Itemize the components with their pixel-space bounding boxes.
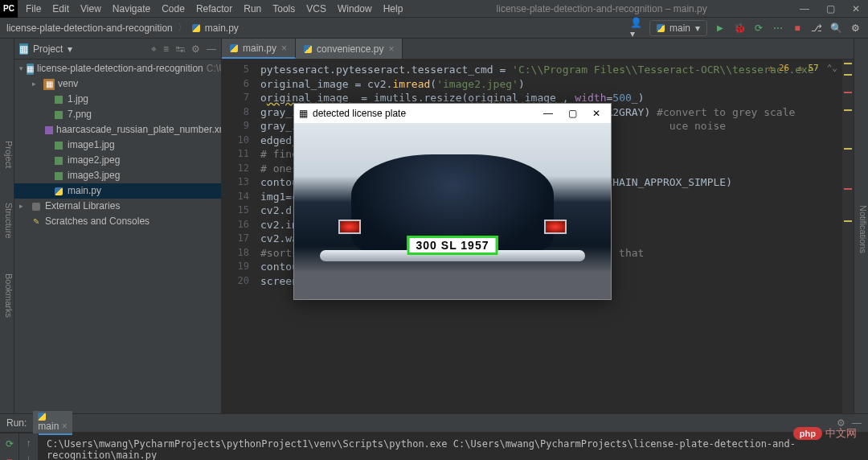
editor-tab-main[interactable]: main.py ×: [222, 39, 296, 59]
tree-label: image2.jpeg: [68, 154, 120, 167]
run-output[interactable]: C:\Users\mwang\PycharmProjects\pythonPro…: [39, 433, 868, 460]
debug-button[interactable]: 🐞: [733, 22, 746, 35]
watermark-pill: php: [793, 427, 822, 440]
window-title: license-plate-detection-and-recognition …: [411, 3, 792, 14]
error-stripe[interactable]: [842, 60, 854, 413]
maximize-icon[interactable]: ▢: [818, 3, 842, 14]
tool-notifications[interactable]: Notifications: [858, 205, 868, 253]
title-bar: PC File Edit View Navigate Code Refactor…: [0, 0, 868, 18]
settings-gear-icon[interactable]: ⚙: [191, 43, 200, 55]
tree-label: license-plate-detection-and-recognition: [37, 62, 203, 76]
git-icon[interactable]: ⎇: [810, 22, 823, 35]
project-icon: ▦: [19, 43, 28, 55]
tree-scratches[interactable]: ✎Scratches and Consoles: [14, 214, 221, 229]
menu-navigate[interactable]: Navigate: [108, 2, 155, 16]
close-tab-icon[interactable]: ×: [281, 43, 287, 54]
inspection-summary[interactable]: ⚠ 26 ⚠ 57 ⌃⌄: [768, 63, 837, 73]
tree-file[interactable]: 1.jpg: [14, 92, 221, 107]
tree-root[interactable]: ▾▦ license-plate-detection-and-recogniti…: [14, 61, 221, 76]
tree-label: External Libraries: [45, 199, 120, 213]
window-controls: — ▢ ✕: [792, 3, 868, 14]
user-icon[interactable]: 👤▾: [630, 22, 643, 35]
tree-external-libraries[interactable]: ▸External Libraries: [14, 199, 221, 214]
tree-label: image3.jpeg: [68, 169, 120, 183]
tree-label: image1.jpg: [68, 138, 115, 152]
stop-button[interactable]: ■: [791, 22, 804, 35]
cv-app-icon: ▦: [299, 108, 308, 119]
locate-icon[interactable]: ⌖: [151, 43, 157, 55]
tree-file[interactable]: image3.jpeg: [14, 168, 221, 183]
tree-file-main[interactable]: main.py: [14, 183, 221, 199]
nav-bar: license-plate-detection-and-recognition …: [0, 18, 868, 39]
line-gutter[interactable]: 567891011121314151617181920: [222, 63, 254, 288]
detected-plate: 300 SL 1957: [407, 236, 498, 255]
breadcrumb-item[interactable]: main.py: [205, 23, 239, 34]
search-everywhere-icon[interactable]: 🔍: [829, 22, 842, 35]
down-icon[interactable]: ↓: [22, 452, 36, 460]
rerun-icon[interactable]: ⟳: [2, 437, 17, 451]
tree-label: 7.png: [68, 108, 92, 121]
run-button[interactable]: [714, 22, 727, 35]
cv-window-title: detected license plate: [313, 108, 406, 119]
pycharm-logo-icon: PC: [0, 0, 18, 18]
maximize-icon[interactable]: ▢: [563, 108, 582, 119]
cv-preview-window[interactable]: ▦ detected license plate — ▢ ✕ 300 SL 19…: [293, 103, 612, 300]
breadcrumb: license-plate-detection-and-recognition …: [6, 21, 239, 35]
menu-tools[interactable]: Tools: [268, 2, 300, 16]
menu-bar: File Edit View Navigate Code Refactor Ru…: [18, 2, 411, 16]
close-icon[interactable]: ✕: [844, 3, 868, 14]
tree-file[interactable]: 7.png: [14, 107, 221, 122]
tool-structure[interactable]: Structure: [4, 203, 14, 239]
close-icon[interactable]: ✕: [587, 108, 606, 119]
menu-refactor[interactable]: Refactor: [191, 2, 237, 16]
up-icon[interactable]: ↑: [22, 437, 36, 449]
cv-title-bar[interactable]: ▦ detected license plate — ▢ ✕: [294, 104, 611, 123]
minimize-icon[interactable]: —: [792, 3, 817, 14]
tree-hint: C:\Users\m: [207, 62, 221, 76]
menu-help[interactable]: Help: [379, 2, 408, 16]
profile-button[interactable]: ⋯: [772, 22, 784, 35]
run-coverage-button[interactable]: ⟳: [752, 22, 765, 35]
project-label: Project: [33, 43, 63, 55]
python-file-icon: [304, 45, 312, 53]
project-tool-window: ▦ Project ▾ ⌖ ≡ ⭾ ⚙ — ▾▦ license-plate-d…: [14, 39, 222, 413]
menu-window[interactable]: Window: [333, 2, 377, 16]
project-toolbar: ⌖ ≡ ⭾ ⚙ —: [151, 43, 216, 55]
menu-code[interactable]: Code: [157, 2, 190, 16]
menu-edit[interactable]: Edit: [47, 2, 74, 16]
chevron-down-icon: ▾: [695, 23, 700, 34]
editor-tabs: main.py × convenience.py ×: [222, 39, 854, 60]
run-title: Run:: [6, 417, 27, 429]
tab-label: main.py: [243, 43, 276, 54]
tree-label: haarcascade_russian_plate_number.xml: [56, 123, 221, 137]
tree-dir-venv[interactable]: ▸▦ venv: [14, 76, 221, 92]
right-tool-strip[interactable]: Notifications: [854, 39, 868, 413]
minimize-icon[interactable]: —: [538, 108, 558, 119]
output-line: C:\Users\mwang\PycharmProjects\pythonPro…: [47, 438, 860, 460]
menu-run[interactable]: Run: [239, 2, 266, 16]
chevron-down-icon[interactable]: ▾: [68, 43, 72, 55]
menu-view[interactable]: View: [76, 2, 106, 16]
stop-icon[interactable]: ■: [2, 454, 17, 460]
tool-project[interactable]: Project: [4, 141, 14, 168]
run-config-selector[interactable]: main ▾: [649, 20, 707, 36]
tree-file[interactable]: image1.jpg: [14, 138, 221, 153]
collapse-all-icon[interactable]: ⭾: [175, 43, 185, 55]
project-tree[interactable]: ▾▦ license-plate-detection-and-recogniti…: [14, 60, 221, 231]
menu-vcs[interactable]: VCS: [301, 2, 331, 16]
tree-file[interactable]: image2.jpeg: [14, 153, 221, 168]
hide-icon[interactable]: —: [207, 43, 216, 55]
error-count: 26: [779, 63, 789, 73]
tree-file[interactable]: haarcascade_russian_plate_number.xml: [14, 122, 221, 138]
chevron-right-icon: 〉: [178, 21, 187, 35]
menu-file[interactable]: File: [21, 2, 46, 16]
expand-all-icon[interactable]: ≡: [163, 43, 169, 55]
tab-label: convenience.py: [317, 43, 383, 55]
settings-gear-icon[interactable]: ⚙: [849, 22, 862, 35]
close-tab-icon[interactable]: ×: [388, 43, 394, 55]
tool-bookmarks[interactable]: Bookmarks: [4, 273, 14, 318]
left-tool-strip[interactable]: Project Structure Bookmarks: [0, 39, 14, 413]
breadcrumb-item[interactable]: license-plate-detection-and-recognition: [6, 23, 173, 34]
editor-tab-convenience[interactable]: convenience.py ×: [296, 39, 403, 59]
run-tab[interactable]: main ×: [33, 411, 72, 435]
